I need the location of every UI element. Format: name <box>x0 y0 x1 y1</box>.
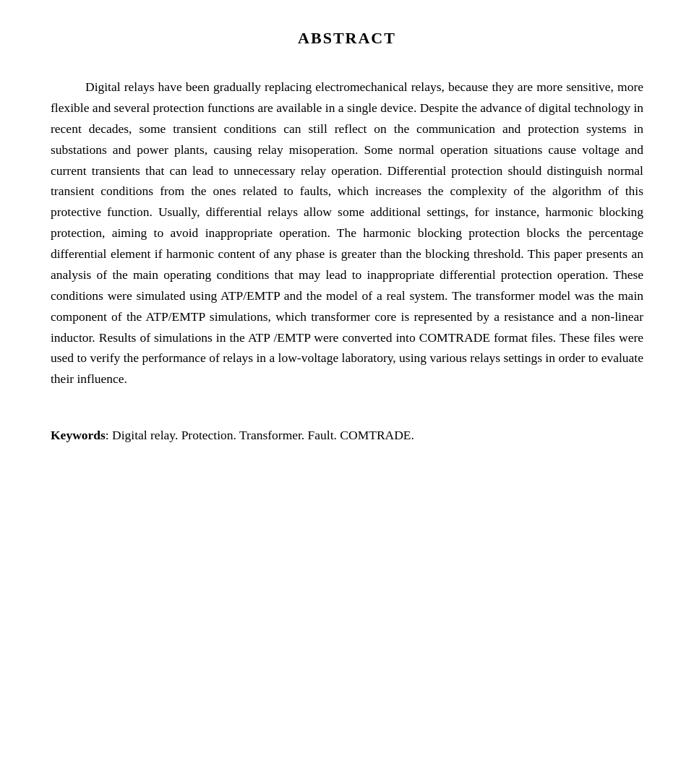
keywords-line: Keywords: Digital relay. Protection. Tra… <box>51 426 643 444</box>
abstract-title: ABSTRACT <box>51 29 643 48</box>
page-container: ABSTRACT Digital relays have been gradua… <box>36 0 658 488</box>
keywords-label: Keywords <box>51 428 106 442</box>
abstract-body: Digital relays have been gradually repla… <box>51 77 643 389</box>
keywords-text: : Digital relay. Protection. Transformer… <box>106 428 414 442</box>
abstract-paragraph: Digital relays have been gradually repla… <box>51 77 643 389</box>
